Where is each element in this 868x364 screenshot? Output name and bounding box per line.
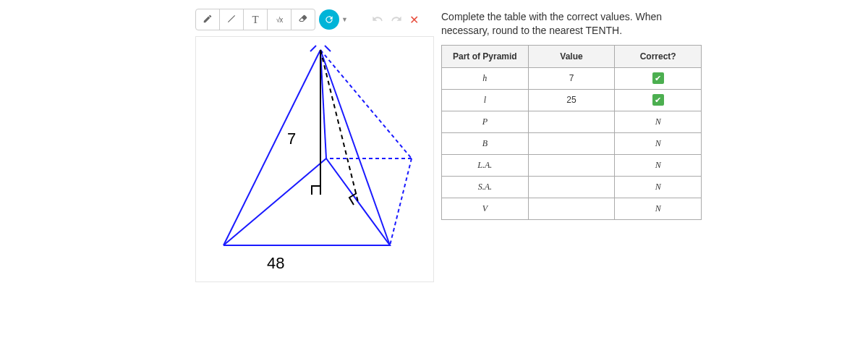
- table-row: L.A. N: [442, 154, 702, 176]
- pen-tool-button[interactable]: [195, 9, 220, 30]
- drawing-toolbar: T √x ▼: [195, 9, 434, 30]
- table-row: l 25 ✔: [442, 89, 702, 111]
- row-value-input[interactable]: 25: [528, 89, 615, 111]
- row-correct: ✔: [615, 89, 702, 111]
- svg-line-0: [228, 15, 234, 22]
- check-icon: ✔: [652, 72, 664, 84]
- row-correct: N: [615, 111, 702, 132]
- eraser-tool-button[interactable]: [291, 9, 315, 30]
- row-part: V: [442, 198, 529, 219]
- undo-button[interactable]: [368, 13, 387, 27]
- math-tool-button[interactable]: √x: [267, 9, 292, 30]
- color-dropdown[interactable]: ▼: [315, 9, 348, 30]
- chevron-down-icon: ▼: [341, 16, 348, 23]
- redo-icon: [391, 13, 402, 27]
- row-value-input[interactable]: 7: [528, 67, 615, 89]
- row-value-input[interactable]: [528, 154, 615, 176]
- diagram-canvas[interactable]: 7 48: [195, 36, 434, 282]
- text-tool-button[interactable]: T: [243, 9, 268, 30]
- row-correct: N: [615, 154, 702, 176]
- th-part: Part of Pyramid: [442, 45, 529, 67]
- row-correct: N: [615, 198, 702, 219]
- text-icon: T: [252, 14, 258, 26]
- row-part: B: [442, 132, 529, 154]
- svg-line-12: [325, 46, 331, 51]
- svg-line-3: [390, 158, 412, 245]
- row-part: S.A.: [442, 176, 529, 198]
- row-part: L.A.: [442, 154, 529, 176]
- svg-line-11: [310, 46, 316, 51]
- answer-table: Part of Pyramid Value Correct? h 7 ✔ l 2…: [441, 45, 702, 220]
- redo-button[interactable]: [387, 13, 406, 27]
- base-label: 48: [267, 254, 284, 272]
- close-button[interactable]: ✕: [406, 13, 423, 27]
- row-correct: ✔: [615, 67, 702, 89]
- pyramid-diagram: 7 48: [202, 43, 427, 274]
- row-part: l: [442, 89, 529, 111]
- row-correct: N: [615, 132, 702, 154]
- check-icon: ✔: [652, 94, 664, 106]
- close-icon: ✕: [409, 13, 419, 27]
- svg-line-8: [320, 50, 326, 158]
- table-row: V N: [442, 198, 702, 219]
- row-value-input[interactable]: [528, 132, 615, 154]
- row-value-input[interactable]: [528, 198, 615, 219]
- row-value-input[interactable]: [528, 176, 615, 198]
- table-row: B N: [442, 132, 702, 154]
- sqrt-icon: √x: [276, 16, 283, 24]
- eraser-icon: [298, 14, 308, 26]
- line-icon: [226, 14, 237, 26]
- th-correct: Correct?: [615, 45, 702, 67]
- height-label: 7: [287, 130, 296, 148]
- row-value-input[interactable]: [528, 111, 615, 132]
- table-row: h 7 ✔: [442, 67, 702, 89]
- table-row: S.A. N: [442, 176, 702, 198]
- pen-icon: [203, 14, 213, 26]
- svg-line-7: [320, 50, 390, 245]
- cycle-icon: [319, 9, 339, 30]
- row-part: P: [442, 111, 529, 132]
- row-correct: N: [615, 176, 702, 198]
- table-row: P N: [442, 111, 702, 132]
- line-tool-button[interactable]: [219, 9, 244, 30]
- instruction-text: Complete the table with the correct valu…: [441, 9, 702, 38]
- undo-icon: [372, 13, 383, 27]
- svg-line-6: [224, 50, 320, 245]
- th-value: Value: [528, 45, 615, 67]
- row-part: h: [442, 67, 529, 89]
